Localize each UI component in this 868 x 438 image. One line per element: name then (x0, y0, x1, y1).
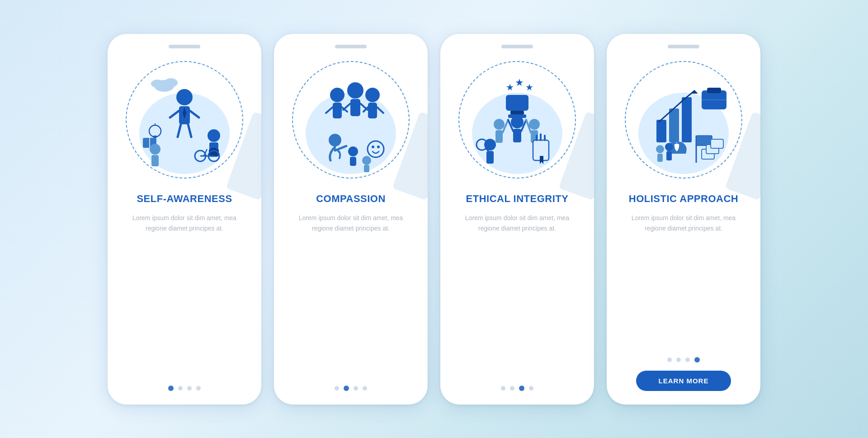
title-compassion: COMPASSION (316, 193, 386, 205)
illustration-self-awareness (121, 57, 248, 183)
learn-more-button[interactable]: LEARN MORE (636, 371, 731, 391)
dot-3-2 (510, 386, 514, 391)
dot-4-2 (676, 358, 681, 362)
illustration-compassion (288, 57, 414, 183)
title-ethical-integrity: ETHICAL INTEGRITY (466, 193, 569, 205)
phone-notch-4 (668, 45, 699, 48)
svg-rect-16 (151, 155, 159, 166)
svg-line-31 (343, 104, 350, 110)
svg-point-59 (529, 119, 540, 130)
svg-rect-40 (350, 157, 356, 166)
dots-holistic-approach (667, 357, 700, 363)
svg-ethical-integrity: ★ ★ ★ (463, 66, 571, 174)
svg-text:★: ★ (515, 77, 524, 88)
dot-1-4 (196, 386, 201, 391)
cards-container: SELF-AWARENESS Lorem ipsum dolor sit dim… (108, 34, 760, 405)
svg-line-36 (377, 107, 383, 113)
svg-rect-71 (656, 120, 666, 142)
dot-4-1 (667, 358, 672, 362)
dots-self-awareness (168, 386, 201, 391)
svg-marker-70 (540, 156, 543, 164)
svg-rect-73 (682, 97, 692, 142)
svg-rect-79 (696, 136, 712, 146)
svg-point-25 (330, 88, 344, 102)
dot-2-1 (335, 386, 339, 391)
dot-2-3 (354, 386, 358, 391)
card-holistic-approach: HOLISTIC APPROACH Lorem ipsum dolor sit … (607, 34, 760, 405)
svg-self-awareness (130, 66, 239, 174)
svg-rect-53 (495, 130, 503, 143)
svg-point-42 (372, 146, 374, 148)
svg-rect-84 (666, 151, 672, 160)
svg-holistic-approach (629, 66, 738, 174)
svg-rect-30 (350, 99, 360, 116)
svg-line-5 (178, 124, 181, 137)
svg-text:★: ★ (506, 82, 514, 92)
svg-point-41 (368, 141, 384, 157)
svg-line-38 (335, 146, 346, 151)
desc-ethical-integrity: Lorem ipsum dolor sit dim amet, mea regi… (449, 213, 585, 377)
dot-3-4 (529, 386, 533, 391)
svg-point-37 (329, 134, 341, 146)
svg-rect-50 (510, 111, 524, 114)
svg-point-44 (362, 156, 371, 165)
dot-1-1 (168, 386, 174, 391)
svg-rect-26 (333, 103, 342, 118)
svg-point-55 (511, 116, 524, 128)
svg-point-81 (656, 145, 664, 153)
svg-point-17 (208, 129, 220, 142)
dot-1-2 (178, 386, 183, 391)
dot-3-3 (519, 386, 524, 391)
illustration-ethical-integrity: ★ ★ ★ (454, 57, 580, 183)
dots-ethical-integrity (501, 386, 533, 391)
svg-point-29 (347, 82, 363, 99)
svg-line-6 (188, 124, 191, 137)
svg-rect-82 (657, 154, 663, 162)
card-compassion: COMPASSION Lorem ipsum dolor sit dim ame… (274, 34, 428, 405)
svg-point-0 (176, 89, 193, 105)
phone-notch-2 (335, 45, 367, 48)
phone-notch-1 (169, 45, 200, 48)
dot-3-1 (501, 386, 505, 391)
dot-4-3 (685, 358, 690, 362)
svg-point-83 (665, 143, 673, 151)
svg-rect-11 (153, 136, 157, 138)
svg-rect-56 (513, 129, 521, 142)
dots-compassion (335, 386, 367, 391)
svg-rect-87 (711, 139, 723, 148)
svg-compassion (297, 66, 405, 174)
svg-point-39 (348, 146, 358, 156)
svg-point-9 (151, 80, 164, 88)
illustration-holistic-approach (620, 57, 747, 183)
svg-line-3 (170, 111, 179, 118)
svg-rect-72 (669, 108, 679, 142)
desc-self-awareness: Lorem ipsum dolor sit dim amet, mea regi… (117, 213, 252, 377)
svg-rect-34 (368, 103, 377, 118)
desc-compassion: Lorem ipsum dolor sit dim amet, mea regi… (283, 213, 419, 377)
svg-point-33 (365, 88, 380, 102)
title-holistic-approach: HOLISTIC APPROACH (629, 193, 738, 205)
svg-point-43 (377, 146, 380, 148)
card-self-awareness: SELF-AWARENESS Lorem ipsum dolor sit dim… (108, 34, 261, 405)
svg-point-15 (150, 144, 160, 155)
svg-rect-76 (707, 88, 721, 93)
svg-line-27 (326, 107, 333, 113)
svg-point-52 (494, 119, 505, 130)
title-self-awareness: SELF-AWARENESS (137, 193, 232, 205)
dot-2-2 (344, 386, 349, 391)
phone-notch-3 (501, 45, 533, 48)
dot-1-3 (187, 386, 192, 391)
svg-rect-49 (506, 95, 528, 111)
svg-rect-45 (364, 165, 369, 172)
svg-point-8 (164, 78, 178, 87)
svg-text:★: ★ (525, 82, 533, 92)
card-ethical-integrity: ★ ★ ★ (440, 34, 594, 405)
desc-holistic-approach: Lorem ipsum dolor sit dim amet, mea regi… (616, 213, 751, 348)
svg-line-4 (190, 111, 199, 118)
dot-2-4 (363, 386, 367, 391)
dot-4-4 (694, 357, 700, 363)
svg-point-10 (149, 125, 161, 137)
svg-rect-20 (211, 148, 217, 150)
